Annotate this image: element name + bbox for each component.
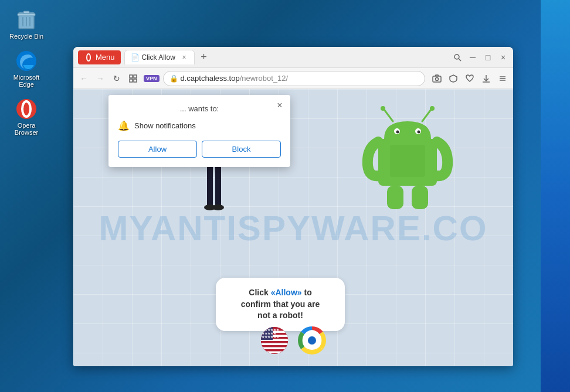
svg-rect-14 (134, 75, 137, 78)
edge-label: Microsoft Edge (8, 74, 45, 88)
address-bar[interactable]: 🔒 d.captchaless.top/newrobot_12/ (163, 71, 425, 86)
popup-buttons: Allow Block (118, 141, 281, 158)
bottom-icons: ★★★★★★ ★★★★★ ★★★★★★ (260, 326, 326, 354)
maximize-button[interactable]: □ (483, 52, 493, 63)
recycle-bin-icon (15, 8, 38, 32)
svg-point-35 (430, 106, 435, 111)
close-button[interactable]: × (498, 52, 508, 63)
us-flag-icon: ★★★★★★ ★★★★★ ★★★★★★ (260, 326, 289, 354)
svg-rect-16 (134, 79, 137, 82)
tab-title: Click Allow (142, 53, 178, 62)
svg-rect-52 (261, 352, 288, 354)
svg-line-34 (422, 110, 431, 121)
svg-rect-27 (215, 165, 221, 206)
forward-button[interactable]: → (93, 71, 107, 86)
heart-button[interactable] (463, 71, 477, 86)
popup-wants-to-text: ... wants to: (118, 104, 281, 113)
shield-button[interactable] (446, 71, 460, 86)
opera-logo-icon (84, 53, 93, 62)
notification-popup: × ... wants to: 🔔 Show notifications All… (108, 95, 290, 167)
browser-tab-active[interactable]: 📄 Click Allow × (124, 50, 195, 64)
right-panel (541, 0, 570, 392)
bell-icon: 🔔 (118, 120, 130, 131)
browser-titlebar: Menu 📄 Click Allow × + (73, 47, 513, 68)
desktop: Recycle Bin Microsoft Edge (0, 0, 570, 392)
reload-button[interactable]: ↻ (110, 71, 124, 86)
new-tab-icon: + (201, 51, 207, 63)
new-tab-button[interactable]: + (197, 50, 211, 64)
desktop-icon-opera[interactable]: Opera Browser (6, 95, 47, 138)
svg-point-9 (84, 53, 93, 62)
menu-dots-button[interactable] (496, 71, 510, 86)
svg-rect-17 (433, 76, 441, 82)
svg-point-38 (396, 131, 399, 134)
browser-content: MYANTISPYWARE.CO (73, 89, 513, 366)
svg-point-29 (212, 204, 224, 210)
toolbar-actions (430, 71, 510, 86)
edge-icon (15, 49, 38, 73)
svg-rect-15 (130, 79, 133, 82)
svg-rect-2 (23, 11, 29, 13)
svg-rect-51 (261, 347, 288, 350)
svg-line-12 (459, 59, 462, 61)
search-button[interactable] (452, 52, 463, 63)
svg-rect-13 (130, 75, 133, 78)
speech-bubble-text: Click «Allow» toconfirm that you arenot … (228, 287, 333, 322)
popup-close-button[interactable]: × (274, 100, 286, 111)
desktop-icons: Recycle Bin Microsoft Edge (6, 6, 47, 138)
tab-close-button[interactable]: × (181, 53, 188, 62)
android-robot-figure (361, 101, 454, 218)
popup-notification-text: Show notifications (134, 121, 196, 130)
opera-label: Opera Browser (8, 122, 45, 136)
camera-button[interactable] (430, 71, 444, 86)
allow-button[interactable]: Allow (118, 141, 197, 158)
tab-favicon-icon: 📄 (131, 53, 140, 62)
address-domain: d.captchaless.top (181, 74, 240, 83)
address-text: d.captchaless.top/newrobot_12/ (181, 74, 419, 83)
svg-rect-43 (412, 186, 428, 209)
bubble-text-before: Click (249, 288, 270, 297)
svg-rect-26 (207, 165, 213, 206)
svg-rect-41 (390, 145, 425, 177)
tabs-view-button[interactable] (126, 71, 140, 86)
desktop-icon-recycle-bin[interactable]: Recycle Bin (6, 6, 47, 42)
opera-menu-button[interactable]: Menu (78, 50, 121, 64)
svg-point-39 (418, 131, 420, 134)
opera-icon (15, 97, 38, 121)
svg-rect-50 (261, 343, 288, 346)
block-button[interactable]: Block (202, 141, 281, 158)
desktop-icon-edge[interactable]: Microsoft Edge (6, 47, 47, 90)
browser-toolbar: ← → ↻ VPN 🔒 d.captchaless.top/newrobot_1… (73, 68, 513, 89)
speech-bubble: Click «Allow» toconfirm that you arenot … (216, 278, 345, 331)
svg-point-11 (454, 54, 459, 59)
svg-point-59 (308, 336, 316, 345)
svg-text:★★★★★: ★★★★★ (262, 332, 276, 335)
vpn-badge[interactable]: VPN (144, 75, 160, 82)
svg-text:★★★★★★: ★★★★★★ (262, 335, 279, 339)
svg-text:★★★★★★: ★★★★★★ (262, 328, 279, 332)
svg-point-18 (436, 77, 439, 80)
svg-point-33 (381, 106, 385, 111)
popup-notification-row: 🔔 Show notifications (118, 120, 281, 131)
bubble-allow-text: «Allow» (271, 288, 302, 297)
browser-window: Menu 📄 Click Allow × + (73, 47, 513, 366)
window-controls: ─ □ × (452, 52, 508, 63)
recycle-bin-label: Recycle Bin (9, 33, 43, 40)
lock-icon: 🔒 (169, 74, 178, 83)
chrome-icon (298, 326, 326, 354)
popup-close-icon: × (277, 100, 282, 111)
svg-rect-1 (18, 13, 35, 16)
search-icon (453, 53, 462, 62)
address-path: /newrobot_12/ (240, 74, 288, 83)
minimize-button[interactable]: ─ (467, 52, 478, 63)
svg-rect-42 (387, 186, 403, 209)
download-button[interactable] (479, 71, 493, 86)
back-button[interactable]: ← (77, 71, 91, 86)
menu-label: Menu (96, 53, 115, 62)
svg-line-32 (384, 110, 393, 121)
